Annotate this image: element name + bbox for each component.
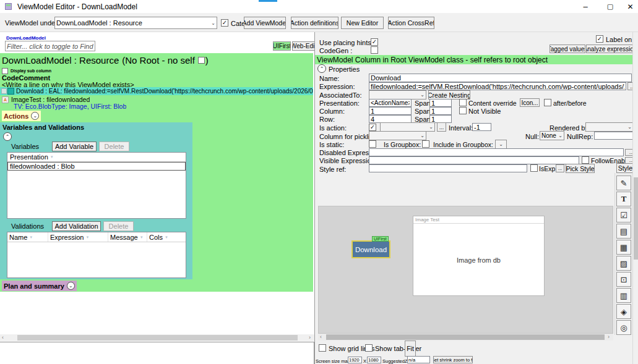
variables-label: Variables xyxy=(11,143,39,150)
check-icon: ✓ xyxy=(370,124,375,130)
is-action-checkbox[interactable]: ✓ xyxy=(369,124,376,131)
text-control-icon[interactable]: T xyxy=(616,192,631,206)
viewmodel-select[interactable]: DownLoadModel : Resource ⌄ xyxy=(54,17,217,29)
action-definitions-button[interactable]: Action definitions xyxy=(291,17,338,29)
follow-enable-checkbox[interactable] xyxy=(582,156,589,164)
image-control-icon[interactable]: ▨ xyxy=(616,256,631,271)
include-groupbox-select[interactable]: ⌄ xyxy=(495,140,507,149)
column-label: Column: xyxy=(319,108,345,115)
left-horizontal-scrollbar[interactable]: ‹ › xyxy=(0,334,314,341)
scroll-left-icon[interactable]: ‹ xyxy=(320,334,322,341)
visible-expression-input[interactable] xyxy=(369,156,579,164)
pick-style-button[interactable]: Pick Style xyxy=(566,164,595,173)
scroll-right-icon[interactable]: › xyxy=(608,334,610,341)
show-grid-lines-checkbox[interactable] xyxy=(319,344,326,352)
add-variable-button[interactable]: Add Variable xyxy=(52,142,97,151)
isexp-checkbox[interactable] xyxy=(530,164,538,172)
button-control-icon[interactable]: ⊡ xyxy=(616,272,631,287)
rendered-by-select[interactable]: ⌄ xyxy=(585,122,634,132)
display-sub-column-checkbox[interactable] xyxy=(2,68,8,74)
after-before-checkbox[interactable] xyxy=(544,99,551,106)
checkbox-control-icon[interactable]: ☑ xyxy=(616,208,631,222)
name-input[interactable] xyxy=(369,74,632,82)
null-select[interactable]: None⌄ xyxy=(540,131,564,140)
presentation-input[interactable] xyxy=(369,99,412,107)
new-editor-button[interactable]: New Editor xyxy=(341,17,384,29)
is-action-label: Is action: xyxy=(319,124,347,132)
no-self-checkbox[interactable] xyxy=(198,57,205,64)
minimize-button[interactable]: – xyxy=(575,0,595,13)
actions-section-header[interactable]: Actions ⌄ xyxy=(2,111,41,121)
validation-col-expression[interactable]: Expression▼ xyxy=(48,232,108,242)
disabled-expression-input[interactable] xyxy=(369,148,624,156)
preview-horizontal-scrollbar[interactable]: ‹ › xyxy=(318,334,613,341)
add-viewmodel-button[interactable]: Add ViewModel xyxy=(244,17,286,29)
scroll-right-icon[interactable]: › xyxy=(309,334,311,341)
list-control-icon[interactable]: ▥ xyxy=(616,288,631,303)
object-control-icon[interactable]: ◈ xyxy=(616,304,631,319)
create-nesting-button[interactable]: Create Nesting xyxy=(428,90,470,99)
preview-download-button[interactable]: Download xyxy=(351,240,390,258)
validation-col-message[interactable]: Message▼ xyxy=(108,232,147,242)
screen-width-input[interactable] xyxy=(348,357,362,363)
fit-button[interactable]: Fit xyxy=(405,341,416,357)
plan-collapse-button[interactable]: ⌄ xyxy=(67,282,75,290)
filter-input[interactable] xyxy=(5,41,95,51)
uifirst-toggle-button[interactable]: UIFirst xyxy=(273,41,291,51)
maximize-button[interactable]: ▢ xyxy=(600,0,620,13)
associatedto-select[interactable]: ⌄ xyxy=(369,90,426,99)
tree-row-download[interactable]: Download : EAL: filedownloaded:=selfVM.R… xyxy=(0,87,313,95)
is-action-select[interactable]: ⌄ xyxy=(380,122,435,132)
close-button[interactable]: ✕ xyxy=(623,0,638,13)
screen-height-input[interactable] xyxy=(367,357,381,363)
plan-summary-header[interactable]: Plan and summary ⌄ xyxy=(2,281,77,291)
is-action-ellipsis-button[interactable]: ... xyxy=(437,122,446,132)
content-override-checkbox[interactable] xyxy=(459,99,467,106)
combobox-control-icon[interactable]: ▤ xyxy=(616,224,631,239)
is-static-checkbox[interactable] xyxy=(369,140,376,148)
validation-col-name[interactable]: Name▼ xyxy=(7,232,48,242)
right-vertical-scrollbar[interactable] xyxy=(632,32,638,364)
properties-collapse-button[interactable]: ⌃ xyxy=(317,64,326,73)
set-shrink-zoom-button[interactable]: Set shrink zoom to fit xyxy=(433,356,473,363)
preview-image-groupbox[interactable]: Image Test Image from db xyxy=(413,216,545,296)
add-validation-button[interactable]: Add Validation xyxy=(52,221,101,231)
scrollbar-thumb[interactable] xyxy=(326,334,605,340)
tagged-values-button[interactable]: Tagged values xyxy=(550,44,585,53)
style-ref-ellipsis-button[interactable]: ... xyxy=(556,164,564,172)
scrollbar-thumb[interactable] xyxy=(634,177,638,260)
variables-collapse-button[interactable]: ⌃ xyxy=(3,132,12,141)
presentation-span-input[interactable] xyxy=(429,99,452,107)
actions-collapse-button[interactable]: ⌄ xyxy=(31,112,39,120)
suggested-zoom-input[interactable] xyxy=(407,356,430,363)
model-link[interactable]: DownLoadModel xyxy=(6,35,46,41)
codegen-checkbox[interactable] xyxy=(371,46,378,54)
column-input[interactable] xyxy=(369,107,412,115)
delete-validation-button[interactable]: Delete xyxy=(103,221,134,231)
label-on-top-checkbox[interactable]: ✓ xyxy=(596,35,603,43)
media-control-icon[interactable]: ◎ xyxy=(616,320,631,335)
validation-col-cols[interactable]: Cols▼ xyxy=(147,232,186,242)
not-visible-checkbox[interactable] xyxy=(459,107,467,114)
expression-input[interactable] xyxy=(369,82,626,90)
column-span-input[interactable] xyxy=(429,107,452,115)
is-groupbox-checkbox[interactable] xyxy=(422,140,429,148)
categ-checkbox[interactable]: ✓ xyxy=(221,19,228,27)
scrollbar-thumb[interactable] xyxy=(17,335,298,341)
action-crossref-button[interactable]: Action CrossRef xyxy=(388,17,434,29)
analyze-expressions-button[interactable]: Analyze expressions xyxy=(586,44,637,53)
calendar-control-icon[interactable]: ▦ xyxy=(616,240,631,255)
use-placing-hints-checkbox[interactable]: ✓ xyxy=(371,38,378,46)
nullrep-input[interactable] xyxy=(594,132,634,140)
icon-button[interactable]: Icon... xyxy=(520,98,540,107)
interval-input[interactable] xyxy=(472,123,491,131)
show-tab-order-checkbox[interactable] xyxy=(365,344,373,352)
style-ref-input[interactable] xyxy=(369,164,527,172)
delete-variable-button[interactable]: Delete xyxy=(99,142,129,151)
edit-control-icon[interactable]: ✎ xyxy=(616,176,631,190)
variables-list-header[interactable]: Presentation ▼ xyxy=(7,153,186,162)
picklist-select[interactable]: ⌄ xyxy=(369,131,426,140)
variable-list-item[interactable]: filedownloaded : Blob xyxy=(7,162,186,171)
webedit-toggle-button[interactable]: Web-Edit xyxy=(292,41,315,51)
scroll-left-icon[interactable]: ‹ xyxy=(2,334,4,341)
